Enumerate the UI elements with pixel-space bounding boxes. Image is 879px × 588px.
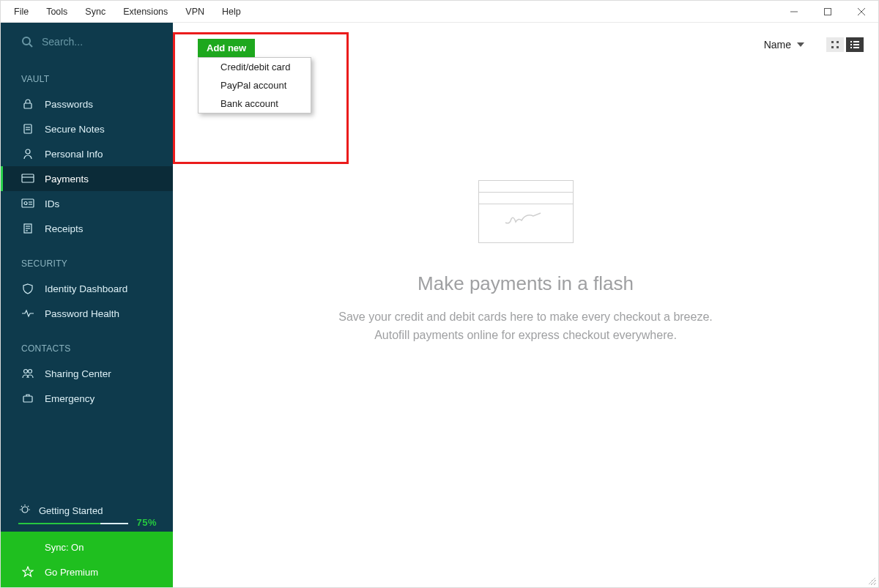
svg-line-5 (29, 44, 32, 47)
menu-vpn[interactable]: VPN (177, 2, 213, 21)
add-credit-debit-card[interactable]: Credit/debit card (199, 58, 311, 76)
window-close-button[interactable] (845, 1, 878, 23)
sidebar-item-receipts[interactable]: Receipts (1, 216, 173, 241)
close-icon (857, 7, 866, 16)
svg-line-28 (21, 506, 22, 507)
sidebar-item-label: Payments (45, 174, 89, 185)
search-placeholder: Search... (42, 36, 83, 48)
sidebar-item-label: Receipts (45, 223, 84, 234)
sidebar-item-label: Identity Dashboard (45, 283, 127, 294)
sidebar-item-label: IDs (45, 198, 59, 209)
people-icon (21, 367, 34, 380)
sidebar-item-password-health[interactable]: Password Health (1, 301, 173, 326)
svg-line-29 (28, 506, 29, 507)
progress-percent: 75% (136, 517, 157, 528)
svg-point-22 (29, 370, 32, 373)
sidebar-item-label: Personal Info (45, 149, 103, 160)
sidebar-item-ids[interactable]: IDs (1, 191, 173, 216)
svg-point-24 (22, 507, 28, 513)
progress-bar: 75% (18, 523, 155, 524)
note-icon (21, 122, 34, 135)
sidebar-item-label: Emergency (45, 393, 94, 404)
menu-help[interactable]: Help (213, 2, 250, 21)
svg-rect-23 (23, 396, 32, 402)
card-icon (21, 172, 34, 185)
list-icon (850, 40, 860, 49)
svg-rect-38 (853, 44, 859, 45)
sync-status[interactable]: Sync: On (1, 532, 173, 559)
sidebar-item-secure-notes[interactable]: Secure Notes (1, 116, 173, 141)
svg-rect-31 (831, 41, 834, 43)
empty-title: Make payments in a flash (418, 272, 634, 295)
getting-started-label: Getting Started (39, 505, 103, 516)
svg-rect-11 (22, 174, 34, 182)
svg-point-21 (24, 370, 28, 373)
svg-point-4 (23, 37, 30, 45)
sidebar: Search... VAULT Passwords Secure Notes P… (1, 23, 173, 587)
add-paypal-account[interactable]: PayPal account (199, 76, 311, 94)
view-switch (826, 37, 864, 52)
shield-icon (21, 282, 34, 295)
caret-down-icon (797, 42, 804, 47)
sort-dropdown[interactable]: Name (764, 39, 804, 51)
sidebar-item-label: Sharing Center (45, 368, 111, 379)
svg-rect-7 (24, 124, 31, 133)
sidebar-item-passwords[interactable]: Passwords (1, 92, 173, 116)
add-new-menu: Credit/debit card PayPal account Bank ac… (198, 57, 311, 113)
section-header-security: SECURITY (1, 241, 173, 276)
sidebar-item-sharing-center[interactable]: Sharing Center (1, 361, 173, 386)
grid-icon (831, 40, 839, 49)
lightbulb-icon (18, 504, 31, 517)
svg-rect-40 (853, 47, 859, 48)
window-maximize-button[interactable] (811, 1, 845, 23)
go-premium-label: Go Premium (45, 567, 98, 578)
menu-sync[interactable]: Sync (76, 2, 114, 21)
add-bank-account[interactable]: Bank account (199, 94, 311, 113)
resize-grip[interactable] (869, 578, 876, 585)
receipt-icon (21, 222, 34, 235)
person-icon (21, 147, 34, 160)
sidebar-item-payments[interactable]: Payments (1, 166, 173, 191)
window-controls (777, 1, 878, 23)
section-header-vault: VAULT (1, 56, 173, 92)
sidebar-footer: Sync: On Go Premium (1, 532, 173, 587)
sidebar-item-label: Secure Notes (45, 124, 105, 135)
content-area: Name Add new Credit/debit card PayPal ac… (173, 23, 878, 587)
sync-status-label: Sync: On (45, 542, 84, 553)
sidebar-item-label: Password Health (45, 308, 119, 319)
svg-rect-1 (825, 9, 831, 15)
empty-state: Make payments in a flash Save your credi… (173, 180, 878, 345)
id-icon (21, 197, 34, 210)
menu-file[interactable]: File (5, 2, 37, 21)
section-header-contacts: CONTACTS (1, 326, 173, 361)
window-minimize-button[interactable] (777, 1, 811, 23)
svg-point-10 (26, 149, 30, 154)
svg-rect-39 (850, 47, 852, 48)
search-input[interactable]: Search... (1, 23, 173, 56)
empty-card-illustration (478, 180, 574, 243)
lock-icon (21, 97, 34, 111)
go-premium[interactable]: Go Premium (1, 559, 173, 587)
grid-view-button[interactable] (826, 37, 844, 52)
sidebar-item-identity-dashboard[interactable]: Identity Dashboard (1, 276, 173, 301)
svg-rect-34 (837, 46, 839, 48)
star-icon (21, 565, 34, 578)
sidebar-item-emergency[interactable]: Emergency (1, 386, 173, 411)
maximize-icon (823, 7, 832, 16)
getting-started[interactable]: Getting Started 75% (1, 504, 173, 532)
search-icon (21, 36, 33, 48)
briefcase-icon (21, 392, 34, 405)
menu-extensions[interactable]: Extensions (114, 2, 177, 21)
list-view-button[interactable] (846, 37, 864, 52)
svg-rect-36 (853, 41, 859, 42)
svg-rect-6 (24, 103, 31, 108)
empty-body: Save your credit and debit cards here to… (321, 308, 731, 345)
sidebar-item-personal-info[interactable]: Personal Info (1, 141, 173, 166)
svg-rect-35 (850, 41, 852, 42)
svg-rect-33 (831, 46, 834, 48)
svg-marker-30 (23, 567, 33, 576)
menubar: File Tools Sync Extensions VPN Help (1, 1, 878, 23)
add-new-button[interactable]: Add new (198, 39, 255, 57)
svg-point-14 (24, 202, 27, 205)
menu-tools[interactable]: Tools (37, 2, 76, 21)
